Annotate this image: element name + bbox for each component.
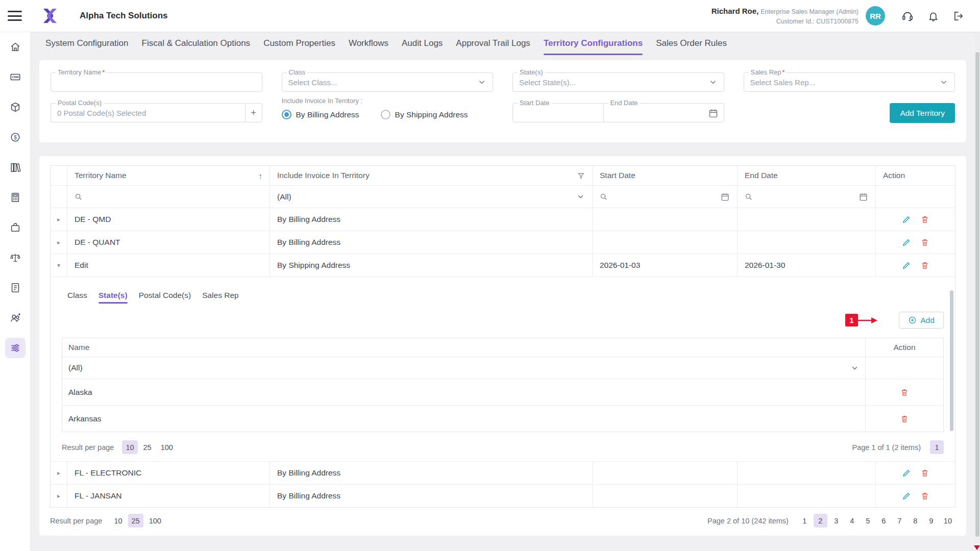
sub-filter-name-select[interactable]: (All) — [62, 357, 866, 379]
tab-fiscal-calculation-options[interactable]: Fiscal & Calculation Options — [135, 32, 257, 55]
edit-pencil-icon[interactable] — [902, 215, 911, 224]
page-number-2[interactable]: 2 — [814, 514, 827, 528]
territory-name-input[interactable] — [57, 78, 256, 87]
tab-system-configuration[interactable]: System Configuration — [39, 32, 135, 55]
add-territory-button[interactable]: Add Territory — [890, 103, 955, 123]
sidebar-home-icon[interactable] — [5, 37, 26, 57]
sidebar-calculator-icon[interactable] — [5, 187, 26, 208]
postal-codes-value-box[interactable]: Postal Code(s) 0 Postal Code(s) Selected — [51, 103, 245, 122]
calendar-icon[interactable] — [720, 192, 730, 202]
page-size-100[interactable]: 100 — [157, 440, 177, 454]
delete-trash-icon[interactable] — [920, 491, 929, 500]
sidebar-invoice-icon[interactable] — [5, 278, 26, 298]
territory-name-field[interactable]: Territory Name* — [51, 72, 262, 92]
delete-trash-icon[interactable] — [900, 388, 909, 397]
sidebar-crm-icon[interactable]: CRM — [5, 67, 26, 87]
hamburger-menu-icon[interactable] — [8, 11, 22, 21]
sort-ascending-icon[interactable]: ↑ — [259, 171, 263, 180]
filter-territory-name[interactable] — [67, 186, 270, 208]
tab-custom-properties[interactable]: Custom Properties — [257, 32, 342, 55]
page-size-100[interactable]: 100 — [145, 514, 165, 528]
user-role: Enterprise Sales Manager (Admin) — [761, 8, 859, 15]
add-state-button[interactable]: Add — [899, 312, 944, 329]
page-scrollbar[interactable] — [975, 32, 980, 551]
support-headset-icon[interactable] — [901, 10, 914, 22]
sales-rep-select[interactable]: Sales Rep* Select Sales Rep... — [744, 72, 955, 92]
delete-trash-icon[interactable] — [920, 468, 929, 478]
detail-tab-states[interactable]: State(s) — [93, 287, 133, 304]
delete-trash-icon[interactable] — [920, 261, 929, 270]
page-size-25[interactable]: 25 — [128, 514, 143, 528]
delete-trash-icon[interactable] — [920, 215, 929, 224]
date-range-field[interactable]: Start Date End Date — [512, 103, 724, 122]
radio-by-billing-address[interactable]: By Billing Address — [282, 110, 359, 119]
edit-pencil-icon[interactable] — [902, 238, 911, 247]
annotation-badge: 1 — [845, 314, 858, 327]
sidebar-bag-icon[interactable] — [5, 217, 26, 238]
edit-pencil-icon[interactable] — [902, 468, 911, 478]
detail-tab-sales-rep[interactable]: Sales Rep — [197, 287, 244, 304]
territories-table-card: Territory Name ↑ Include Invoice In Terr… — [39, 156, 966, 536]
sidebar-ledger-icon[interactable] — [5, 157, 26, 178]
notifications-bell-icon[interactable] — [927, 10, 939, 22]
radio-by-shipping-address[interactable]: By Shipping Address — [381, 110, 468, 119]
collapse-row-icon[interactable]: ▾ — [57, 262, 60, 269]
avatar[interactable]: RR — [866, 6, 885, 26]
states-select[interactable]: State(s) Select State(s)... — [512, 72, 724, 92]
edit-pencil-icon[interactable] — [902, 491, 911, 500]
col-header-include-invoice[interactable]: Include Invoice In Territory — [270, 166, 593, 185]
col-header-start-date[interactable]: Start Date — [593, 166, 738, 185]
filter-end-date[interactable] — [738, 186, 876, 208]
page-size-25[interactable]: 25 — [140, 440, 155, 454]
expand-row-icon[interactable]: ▸ — [57, 239, 60, 246]
delete-trash-icon[interactable] — [920, 238, 929, 247]
detail-scrollbar[interactable] — [950, 290, 953, 431]
detail-tab-postal-codes[interactable]: Postal Code(s) — [133, 287, 197, 304]
tab-territory-configurations[interactable]: Territory Configurations — [537, 32, 649, 55]
col-header-end-date[interactable]: End Date — [738, 166, 876, 185]
annotation-arrow — [858, 317, 877, 323]
page-scrollbar-thumb[interactable] — [975, 52, 979, 537]
sidebar-pricing-icon[interactable]: $ — [5, 127, 26, 147]
sidebar-package-icon[interactable] — [5, 97, 26, 117]
page-size-10[interactable]: 10 — [110, 514, 126, 528]
calendar-icon[interactable] — [859, 192, 868, 202]
logout-icon[interactable] — [953, 10, 965, 22]
page-number-9[interactable]: 9 — [924, 514, 938, 528]
col-header-territory-name[interactable]: Territory Name ↑ — [67, 166, 270, 185]
filter-funnel-icon[interactable] — [577, 172, 585, 180]
territory-row: ▸ DE - QUANT By Billing Address — [51, 231, 955, 254]
edit-pencil-icon[interactable] — [902, 261, 911, 270]
tab-audit-logs[interactable]: Audit Logs — [395, 32, 449, 55]
class-select[interactable]: Class Select Class... — [282, 72, 494, 92]
calendar-icon[interactable] — [708, 108, 719, 118]
filter-include-invoice-select[interactable]: (All) — [270, 186, 593, 208]
filter-start-date[interactable] — [593, 186, 738, 208]
expand-row-icon[interactable]: ▸ — [57, 469, 60, 477]
expand-row-icon[interactable]: ▸ — [57, 216, 60, 223]
page-number-1[interactable]: 1 — [930, 440, 944, 454]
page-number-7[interactable]: 7 — [893, 514, 906, 528]
tab-sales-order-rules[interactable]: Sales Order Rules — [649, 32, 733, 55]
page-number-5[interactable]: 5 — [861, 514, 875, 528]
postal-codes-add-button[interactable]: + — [245, 103, 262, 122]
page-number-6[interactable]: 6 — [877, 514, 891, 528]
page-number-10[interactable]: 10 — [940, 514, 955, 528]
sub-col-name[interactable]: Name — [62, 338, 866, 357]
page-number-1[interactable]: 1 — [798, 514, 812, 528]
required-asterisk: * — [102, 68, 105, 76]
page-size-10[interactable]: 10 — [122, 440, 137, 454]
sidebar-users-icon[interactable] — [5, 308, 26, 328]
page-number-4[interactable]: 4 — [845, 514, 859, 528]
page-number-8[interactable]: 8 — [909, 514, 922, 528]
sidebar-compliance-scale-icon[interactable] — [5, 247, 26, 268]
tab-workflows[interactable]: Workflows — [342, 32, 395, 55]
sidebar-configurations-icon[interactable] — [5, 338, 26, 358]
detail-tab-class[interactable]: Class — [62, 287, 93, 304]
expand-row-icon[interactable]: ▸ — [57, 492, 60, 499]
tab-approval-trail-logs[interactable]: Approval Trail Logs — [449, 32, 537, 55]
page-number-3[interactable]: 3 — [829, 514, 843, 528]
radio-unselected-icon — [381, 110, 390, 119]
territory-row: ▸ DE - QMD By Billing Address — [51, 208, 955, 231]
delete-trash-icon[interactable] — [900, 414, 909, 423]
